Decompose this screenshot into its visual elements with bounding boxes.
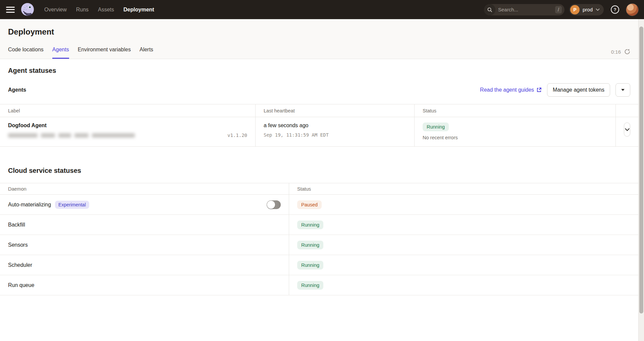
column-header-daemon: Daemon: [0, 183, 289, 194]
app-logo-octopus-icon[interactable]: [20, 2, 35, 17]
tab-alerts[interactable]: Alerts: [140, 47, 153, 59]
external-link-icon: [536, 87, 542, 93]
deployment-name: prod: [583, 7, 593, 12]
refresh-icon[interactable]: [624, 49, 630, 55]
agent-version: v1.1.20: [227, 133, 247, 138]
cloud-service-table: Daemon Status Auto-materializing Experim…: [0, 183, 638, 295]
agents-subheading: Agents: [8, 87, 26, 93]
scrollbar-thumb[interactable]: [639, 27, 643, 313]
caret-down-icon: [621, 89, 625, 91]
column-header-last-heartbeat: Last heartbeat: [256, 104, 415, 117]
daemon-row-run-queue: Run queue Running: [0, 275, 638, 295]
daemon-status-badge: Running: [297, 241, 323, 249]
agent-actions-dropdown-button[interactable]: [615, 83, 630, 97]
deployment-tabs: Code locations Agents Environment variab…: [8, 47, 153, 59]
agent-name: Dogfood Agent: [8, 123, 247, 129]
user-avatar[interactable]: [626, 3, 639, 16]
agent-statuses-heading: Agent statuses: [8, 59, 630, 75]
search-shortcut-key: /: [555, 6, 562, 13]
agent-guides-link[interactable]: Read the agent guides: [480, 87, 542, 93]
chevron-down-icon: [625, 128, 630, 131]
deployment-switcher[interactable]: P prod: [569, 4, 604, 15]
daemon-status-badge: Running: [297, 281, 323, 290]
search-icon: [484, 4, 495, 15]
daemon-name: Sensors: [8, 242, 28, 248]
tab-environment-variables[interactable]: Environment variables: [78, 47, 131, 59]
agent-guides-link-label: Read the agent guides: [480, 87, 534, 93]
page-header: Deployment Code locations Agents Environ…: [0, 19, 638, 59]
nav-item-overview[interactable]: Overview: [44, 7, 67, 13]
agent-id-redacted: [8, 133, 135, 138]
agent-row-expand-button[interactable]: [624, 123, 630, 137]
primary-nav: Overview Runs Assets Deployment: [44, 7, 154, 13]
nav-item-assets[interactable]: Assets: [98, 7, 114, 13]
agents-table: Label Last heartbeat Status Dogfood Agen…: [0, 104, 638, 147]
help-icon[interactable]: ?: [610, 5, 620, 15]
search-placeholder: Search...: [498, 7, 555, 12]
agent-status-note: No recent errors: [423, 135, 607, 140]
agent-status-badge: Running: [423, 123, 449, 131]
column-header-status: Status: [415, 104, 616, 117]
manage-agent-tokens-button[interactable]: Manage agent tokens: [547, 83, 610, 97]
agent-row: Dogfood Agent v1.1.20 a few seconds ago …: [0, 117, 638, 146]
daemon-status-badge: Running: [297, 261, 323, 270]
daemon-name: Auto-materializing: [8, 202, 51, 208]
column-header-daemon-status: Status: [289, 183, 638, 194]
column-header-label: Label: [0, 104, 256, 117]
search-input[interactable]: Search... /: [484, 4, 565, 15]
daemon-status-badge: Paused: [297, 200, 322, 209]
daemon-row-auto-materializing: Auto-materializing Experimental Paused: [0, 195, 638, 215]
daemon-row-backfill: Backfill Running: [0, 215, 638, 235]
daemon-status-badge: Running: [297, 221, 323, 229]
daemon-name: Scheduler: [8, 262, 32, 268]
nav-item-deployment[interactable]: Deployment: [123, 7, 154, 13]
daemon-row-scheduler: Scheduler Running: [0, 255, 638, 275]
deployment-initial-badge: P: [570, 5, 580, 14]
daemon-name: Backfill: [8, 222, 25, 228]
auto-materializing-toggle[interactable]: [267, 200, 281, 209]
menu-icon[interactable]: [6, 7, 15, 13]
experimental-badge: Experimental: [55, 201, 89, 209]
cloud-service-statuses-heading: Cloud service statuses: [8, 167, 630, 175]
daemon-row-sensors: Sensors Running: [0, 235, 638, 255]
vertical-scrollbar: [638, 19, 644, 341]
tab-code-locations[interactable]: Code locations: [8, 47, 44, 59]
nav-item-runs[interactable]: Runs: [76, 7, 89, 13]
svg-text:?: ?: [613, 7, 616, 12]
page-title: Deployment: [8, 27, 630, 37]
top-navigation-bar: Overview Runs Assets Deployment Search..…: [0, 0, 644, 19]
heartbeat-relative-time: a few seconds ago: [264, 123, 406, 129]
daemon-name: Run queue: [8, 282, 34, 288]
tab-agents[interactable]: Agents: [52, 47, 69, 59]
column-header-expand: [616, 104, 638, 117]
refresh-countdown: 0:16: [611, 49, 621, 55]
heartbeat-timestamp: Sep 19, 11:31:59 AM EDT: [264, 132, 406, 138]
chevron-down-icon: [596, 8, 600, 11]
